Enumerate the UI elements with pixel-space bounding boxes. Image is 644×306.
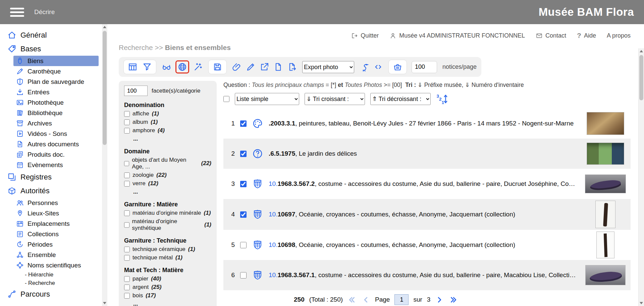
breadcrumb-path[interactable]: Recherche >> bbox=[119, 44, 165, 51]
facet-checkbox[interactable] bbox=[124, 293, 130, 299]
next-page-icon[interactable] bbox=[435, 295, 444, 304]
result-thumbnail[interactable] bbox=[595, 201, 615, 228]
filter-funnel-icon[interactable] bbox=[142, 62, 152, 72]
globe-icon[interactable] bbox=[177, 62, 187, 72]
sidebar-item-plan-de-sauvegarde[interactable]: Plan de sauvegarde bbox=[13, 76, 99, 87]
page-number-input[interactable] bbox=[394, 294, 409, 305]
facet-more[interactable]: ... bbox=[133, 136, 211, 142]
help-link[interactable]: Aide bbox=[577, 32, 596, 40]
row-checkbox[interactable] bbox=[240, 211, 247, 218]
sidebar-item-autres-documents[interactable]: Autres documents bbox=[13, 139, 99, 149]
scroll-down-icon[interactable] bbox=[102, 300, 107, 306]
save-floppy-icon[interactable] bbox=[213, 62, 222, 72]
result-thumbnail[interactable] bbox=[585, 265, 626, 285]
scroll-down-icon[interactable] bbox=[639, 300, 644, 306]
sidebar-item-produits-doc[interactable]: Produits doc. bbox=[13, 149, 99, 160]
sidebar-item-lieux-sites[interactable]: Lieux-Sites bbox=[13, 208, 99, 218]
scroll-up-icon[interactable] bbox=[102, 24, 107, 30]
sidebar-item-archives[interactable]: Archives bbox=[13, 118, 99, 129]
sidebar-item-phototheque[interactable]: Photothèque bbox=[13, 97, 99, 108]
page-export-icon[interactable] bbox=[287, 62, 297, 72]
export-photo-select[interactable]: Export photo bbox=[302, 61, 354, 73]
hamburger-menu-icon[interactable] bbox=[10, 8, 24, 17]
sidebar-item-personnes[interactable]: Personnes bbox=[13, 198, 99, 208]
page-scrollbar[interactable] bbox=[638, 48, 644, 306]
sidebar-scrollbar-thumb[interactable] bbox=[103, 31, 107, 145]
result-thumbnail[interactable] bbox=[587, 112, 624, 135]
sidebar-item-hierarchie[interactable]: - Hiérarchie bbox=[25, 270, 99, 279]
facet-checkbox[interactable] bbox=[124, 276, 130, 282]
row-checkbox[interactable] bbox=[240, 151, 247, 157]
result-thumbnail[interactable] bbox=[596, 232, 614, 258]
sidebar-item-emplacements[interactable]: Emplacements bbox=[13, 218, 99, 229]
sidebar-item-biens[interactable]: Biens bbox=[13, 56, 99, 66]
facet-checkbox[interactable] bbox=[124, 181, 130, 187]
sort-descending-select[interactable]: ⇑ Tri décroissant : bbox=[370, 93, 431, 105]
result-row[interactable]: 2 .6.5.1975, Le jardin des délices bbox=[223, 139, 631, 169]
last-page-icon[interactable] bbox=[449, 295, 458, 304]
sidebar-item-ensemble[interactable]: Ensemble bbox=[13, 250, 99, 260]
facet-more[interactable]: ... bbox=[133, 189, 211, 195]
facet-count-input[interactable] bbox=[124, 86, 148, 96]
result-row[interactable]: 3 10.1968.3.567.2, costume - accessoires… bbox=[223, 169, 631, 199]
previous-page-icon[interactable] bbox=[361, 295, 370, 304]
facet-checkbox[interactable] bbox=[124, 210, 130, 216]
notices-per-page-input[interactable] bbox=[412, 61, 437, 73]
facet-checkbox[interactable] bbox=[124, 128, 130, 134]
sidebar-item-bibliotheque[interactable]: Bibliothèque bbox=[13, 108, 99, 118]
sidebar-item-evenements[interactable]: Evènements bbox=[13, 160, 99, 170]
row-checkbox[interactable] bbox=[240, 272, 247, 278]
facet-checkbox[interactable] bbox=[124, 111, 130, 117]
result-thumbnail[interactable] bbox=[587, 143, 624, 165]
sidebar-item-collections[interactable]: Collections bbox=[13, 229, 99, 239]
magic-wand-icon[interactable] bbox=[193, 62, 203, 72]
pencil-edit-icon[interactable] bbox=[246, 62, 256, 72]
result-list-icon[interactable] bbox=[128, 62, 138, 72]
row-checkbox[interactable] bbox=[240, 181, 247, 187]
sidebar-item-general[interactable]: Général bbox=[6, 28, 99, 42]
xml-code-icon[interactable] bbox=[373, 62, 383, 72]
sidebar-item-noms-scientifiques[interactable]: Noms scientifiques bbox=[13, 260, 99, 270]
facet-checkbox[interactable] bbox=[124, 172, 130, 178]
flora-bird-icon[interactable] bbox=[360, 62, 369, 72]
sidebar-item-carotheque[interactable]: Carothèque bbox=[13, 66, 99, 76]
facet-more[interactable]: ... bbox=[133, 301, 211, 306]
numeric-sort-icon[interactable] bbox=[436, 93, 448, 105]
contact-link[interactable]: Contact bbox=[536, 32, 566, 39]
sidebar-item-autorites[interactable]: Autorités bbox=[6, 184, 99, 198]
external-link-icon[interactable] bbox=[260, 62, 269, 72]
facet-checkbox[interactable] bbox=[124, 285, 130, 290]
sidebar-item-registres[interactable]: Registres bbox=[6, 170, 99, 184]
sidebar-item-recherche[interactable]: - Recherche bbox=[25, 279, 99, 287]
about-link[interactable]: A propos bbox=[607, 32, 631, 39]
current-user[interactable]: Musée v4 ADMINISTRATEUR FONCTIONNEL bbox=[389, 32, 525, 39]
result-thumbnail[interactable] bbox=[585, 174, 626, 193]
facet-checkbox[interactable] bbox=[124, 222, 129, 228]
sidebar-item-entrees[interactable]: Entrées bbox=[13, 87, 99, 97]
sidebar-item-periodes[interactable]: Périodes bbox=[13, 239, 99, 250]
result-row[interactable]: 4 10.10697, Océanie, croyances - coutume… bbox=[223, 199, 631, 230]
sidebar-item-parcours[interactable]: Parcours bbox=[6, 287, 99, 301]
facet-checkbox[interactable] bbox=[124, 247, 130, 252]
select-all-checkbox[interactable] bbox=[223, 96, 229, 102]
facet-checkbox[interactable] bbox=[124, 119, 130, 125]
list-mode-select[interactable]: Liste simple bbox=[235, 93, 299, 105]
sort-ascending-select[interactable]: ⇓ Tri croissant : bbox=[305, 93, 365, 105]
scroll-up-icon[interactable] bbox=[639, 48, 644, 54]
result-row[interactable]: 5 10.10698, Océanie, croyances - coutume… bbox=[223, 230, 631, 260]
quit-link[interactable]: Quitter bbox=[351, 32, 379, 39]
glasses-view-icon[interactable] bbox=[162, 62, 171, 72]
result-row[interactable]: 1 .2003.3.1, peintures, tableau, Benoit-… bbox=[223, 108, 631, 139]
sidebar-item-bases[interactable]: Bases bbox=[6, 42, 99, 56]
page-scrollbar-thumb[interactable] bbox=[639, 55, 643, 100]
first-page-icon[interactable] bbox=[347, 295, 357, 304]
sidebar-scrollbar[interactable] bbox=[102, 24, 107, 306]
report-page-icon[interactable] bbox=[273, 62, 283, 72]
facet-checkbox[interactable] bbox=[124, 255, 130, 261]
facet-checkbox[interactable] bbox=[124, 161, 129, 166]
row-checkbox[interactable] bbox=[240, 120, 247, 127]
sidebar-item-videos-sons[interactable]: Vidéos - Sons bbox=[13, 129, 99, 139]
basket-icon[interactable] bbox=[393, 62, 402, 72]
result-row[interactable]: 6 10.1968.3.567.1, costume - accessoires… bbox=[223, 260, 631, 290]
paperclip-icon[interactable] bbox=[232, 62, 242, 72]
